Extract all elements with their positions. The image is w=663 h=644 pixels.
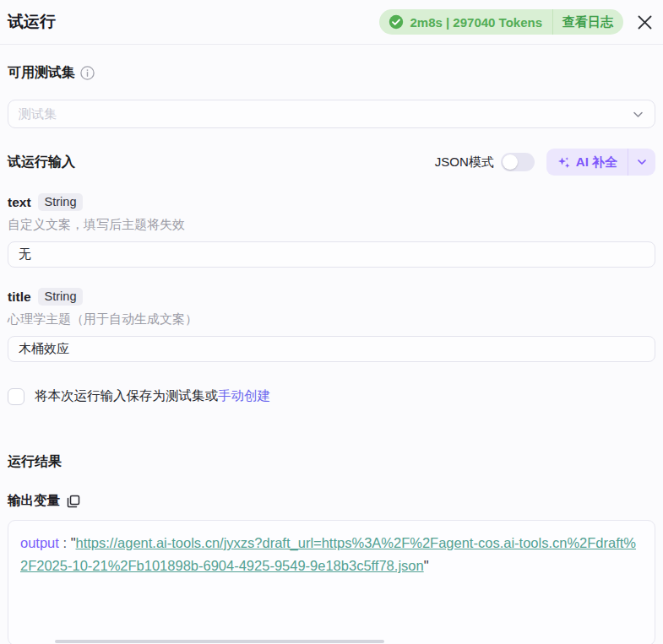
chevron-down-icon — [632, 108, 644, 121]
output-variables-label: 输出变量 — [8, 492, 60, 510]
save-testset-text: 将本次运行输入保存为测试集或手动创建 — [35, 387, 270, 405]
field-text-type-badge: String — [38, 193, 84, 211]
view-logs-button[interactable]: 查看日志 — [553, 9, 623, 35]
output-json-line: output : "https://agent.ai-tools.cn/jyxz… — [20, 532, 643, 577]
copy-icon[interactable] — [67, 495, 80, 508]
status-stats: 2m8s | 297040 Tokens — [379, 14, 552, 30]
testset-section-title: 可用测试集 — [8, 64, 75, 82]
output-key: output — [20, 535, 59, 550]
output-label-row: 输出变量 — [8, 492, 655, 510]
test-run-panel: 试运行 2m8s | 297040 Tokens 查看日志 可用测试集 — [0, 0, 663, 644]
field-text: text String 自定义文案，填写后主题将失效 — [8, 193, 655, 268]
status-stats-text: 2m8s | 297040 Tokens — [410, 15, 542, 30]
close-icon[interactable] — [637, 14, 653, 30]
output-close-quote: " — [424, 558, 429, 573]
field-text-name: text — [8, 195, 31, 210]
save-testset-row: 将本次运行输入保存为测试集或手动创建 — [8, 387, 655, 405]
header: 试运行 2m8s | 297040 Tokens 查看日志 — [0, 0, 663, 45]
save-testset-checkbox[interactable] — [8, 388, 24, 405]
info-icon[interactable] — [80, 66, 95, 80]
field-title-type-badge: String — [38, 288, 84, 306]
field-title-description: 心理学主题（用于自动生成文案） — [8, 311, 655, 327]
status-badge: 2m8s | 297040 Tokens 查看日志 — [379, 9, 623, 35]
output-colon: : — [59, 535, 71, 550]
output-url-link[interactable]: https://agent.ai-tools.cn/jyxzs?draft_ur… — [20, 535, 636, 573]
ai-complete-button-group: AI 补全 — [546, 149, 655, 176]
field-text-input[interactable] — [8, 241, 655, 268]
success-check-icon — [389, 14, 404, 30]
testset-label-row: 可用测试集 — [8, 64, 655, 82]
output-result-box: output : "https://agent.ai-tools.cn/jyxz… — [8, 520, 655, 644]
run-input-section-title: 试运行输入 — [8, 154, 75, 171]
ai-complete-button[interactable]: AI 补全 — [546, 149, 628, 176]
json-mode-control: JSON模式 — [435, 153, 535, 171]
json-mode-label: JSON模式 — [435, 154, 494, 170]
horizontal-scrollbar-thumb[interactable] — [55, 640, 384, 643]
field-title: title String 心理学主题（用于自动生成文案） — [8, 288, 655, 362]
field-text-description: 自定义文案，填写后主题将失效 — [8, 217, 655, 233]
ai-complete-label: AI 补全 — [576, 154, 617, 170]
testset-select[interactable]: 测试集 — [8, 100, 655, 128]
toggle-knob — [503, 154, 518, 170]
field-title-input[interactable] — [8, 336, 655, 362]
sparkle-icon — [557, 155, 571, 170]
json-mode-toggle[interactable] — [501, 153, 535, 171]
field-title-name: title — [8, 290, 31, 305]
testset-select-placeholder: 测试集 — [19, 106, 57, 122]
ai-complete-dropdown-button[interactable] — [628, 149, 655, 176]
page-title: 试运行 — [8, 11, 56, 33]
run-input-header-row: 试运行输入 JSON模式 AI 补全 — [8, 149, 655, 176]
manual-create-link[interactable]: 手动创建 — [218, 388, 270, 403]
result-section-title: 运行结果 — [8, 453, 655, 471]
horizontal-scrollbar[interactable] — [0, 640, 663, 644]
